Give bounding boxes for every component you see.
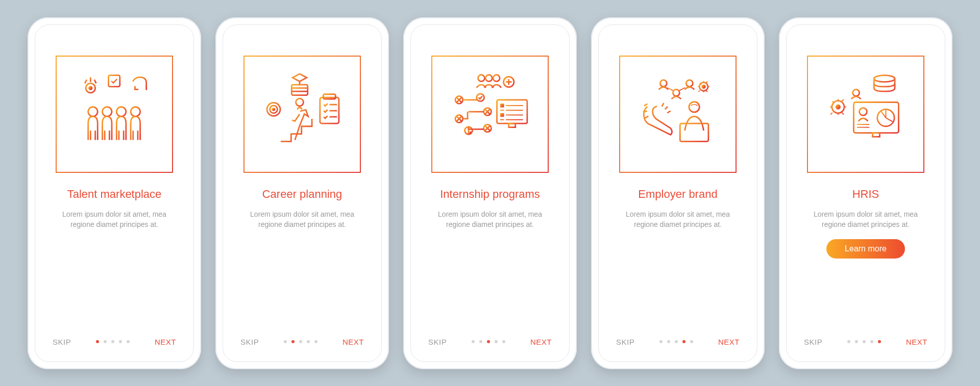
pagination-dots [472,340,505,343]
svg-rect-13 [324,94,336,99]
hris-icon [818,67,913,161]
dot-1[interactable] [659,340,663,343]
dot-5[interactable] [314,340,317,343]
pagination-dots [847,340,881,343]
svg-point-29 [687,80,693,87]
screen-description: Lorem ipsum dolor sit amet, mea regione … [431,209,549,230]
svg-point-35 [874,75,895,82]
skip-button[interactable]: SKIP [240,338,259,346]
screen-title: Employer brand [638,187,717,201]
dot-1[interactable] [96,340,99,343]
dot-4[interactable] [870,340,873,343]
svg-point-11 [296,98,304,106]
svg-rect-27 [500,113,504,117]
screen-footer: SKIP NEXT [787,338,945,346]
pagination-dots [96,340,130,343]
svg-point-38 [853,89,860,96]
pagination-dots [284,340,317,343]
dot-1[interactable] [847,340,850,343]
svg-point-4 [103,107,112,117]
svg-point-15 [486,75,493,82]
screen-title: Internship programs [440,187,540,201]
onboarding-screen-5: HRIS Lorem ipsum dolor sit amet, mea reg… [786,24,945,362]
screen-footer: SKIP NEXT [35,338,193,346]
onboarding-screen-3: Internship programs Lorem ipsum dolor si… [410,24,570,362]
dot-3[interactable] [487,340,490,343]
screen-footer: SKIP NEXT [223,338,381,346]
svg-point-6 [131,107,140,117]
talent-marketplace-icon [67,67,161,161]
dot-5[interactable] [878,340,881,343]
dot-4[interactable] [307,340,310,343]
dot-5[interactable] [690,340,693,343]
employer-brand-illustration [619,56,737,173]
phone-frame: HRIS Lorem ipsum dolor sit amet, mea reg… [779,17,952,369]
dot-3[interactable] [863,340,866,343]
svg-point-10 [273,108,275,110]
dot-2[interactable] [855,340,858,343]
hris-illustration [807,56,924,173]
phone-frame: Talent marketplace Lorem ipsum dolor sit… [28,17,201,369]
employer-brand-icon [630,67,725,161]
skip-button[interactable]: SKIP [428,338,447,346]
svg-point-33 [689,101,699,112]
screen-description: Lorem ipsum dolor sit amet, mea regione … [807,209,924,230]
screen-description: Lorem ipsum dolor sit amet, mea regione … [619,209,737,230]
svg-point-28 [660,80,667,87]
dot-3[interactable] [675,340,678,343]
career-planning-icon [255,67,349,161]
skip-button[interactable]: SKIP [804,338,822,346]
svg-point-1 [89,87,92,90]
next-button[interactable]: NEXT [906,338,927,346]
learn-more-button[interactable]: Learn more [826,239,905,259]
next-button[interactable]: NEXT [718,338,740,346]
dot-2[interactable] [479,340,482,343]
dot-5[interactable] [502,340,505,343]
screen-title: Talent marketplace [67,187,162,201]
screen-description: Lorem ipsum dolor sit amet, mea regione … [243,209,361,230]
svg-point-14 [478,75,485,82]
onboarding-screen-1: Talent marketplace Lorem ipsum dolor sit… [35,24,194,362]
dot-4[interactable] [119,340,122,343]
next-button[interactable]: NEXT [342,338,364,346]
screen-title: Career planning [262,187,342,201]
screen-description: Lorem ipsum dolor sit amet, mea regione … [56,209,173,230]
dot-2[interactable] [291,340,295,343]
svg-rect-2 [109,75,120,87]
dot-3[interactable] [111,340,114,343]
next-button[interactable]: NEXT [155,338,176,346]
screen-footer: SKIP NEXT [411,338,569,346]
screen-footer: SKIP NEXT [599,338,757,346]
internship-programs-icon [443,67,537,161]
career-planning-illustration [243,56,361,173]
svg-point-41 [860,108,867,115]
dot-4[interactable] [682,340,685,343]
dot-1[interactable] [284,340,287,343]
dot-5[interactable] [127,340,130,343]
dot-4[interactable] [495,340,498,343]
svg-rect-7 [292,85,308,95]
onboarding-screen-4: Employer brand Lorem ipsum dolor sit ame… [598,24,757,362]
talent-marketplace-illustration [56,56,173,173]
skip-button[interactable]: SKIP [53,338,71,346]
svg-point-5 [117,107,127,117]
svg-point-32 [702,85,705,88]
pagination-dots [659,340,693,343]
onboarding-screen-2: Career planning Lorem ipsum dolor sit am… [223,24,382,362]
dot-3[interactable] [299,340,302,343]
phone-frame: Employer brand Lorem ipsum dolor sit ame… [591,17,765,369]
dot-1[interactable] [472,340,475,343]
svg-rect-39 [854,102,899,133]
svg-point-3 [88,107,98,117]
dot-2[interactable] [667,340,670,343]
svg-rect-34 [680,123,709,141]
internship-programs-illustration [431,56,549,173]
svg-point-37 [837,105,840,109]
svg-rect-25 [509,123,516,127]
phone-frame: Internship programs Lorem ipsum dolor si… [403,17,577,369]
svg-point-30 [673,89,680,96]
dot-2[interactable] [104,340,107,343]
next-button[interactable]: NEXT [530,338,552,346]
skip-button[interactable]: SKIP [616,338,634,346]
phone-frame: Career planning Lorem ipsum dolor sit am… [215,17,389,369]
